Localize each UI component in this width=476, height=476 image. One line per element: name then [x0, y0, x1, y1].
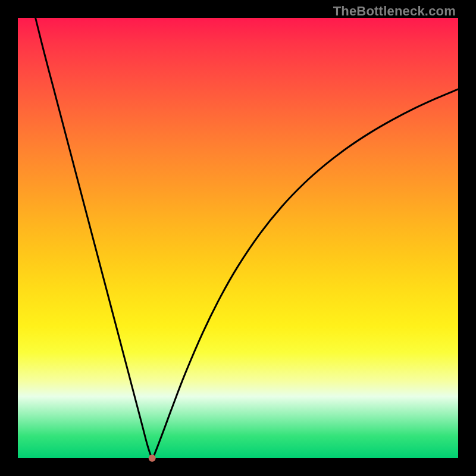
- bottleneck-curve-path: [36, 18, 458, 459]
- watermark-text: TheBottleneck.com: [333, 4, 456, 19]
- plot-area: [18, 18, 458, 458]
- minimum-marker: [149, 455, 156, 462]
- chart-frame: TheBottleneck.com: [0, 0, 476, 476]
- bottleneck-plot-svg: [18, 18, 458, 458]
